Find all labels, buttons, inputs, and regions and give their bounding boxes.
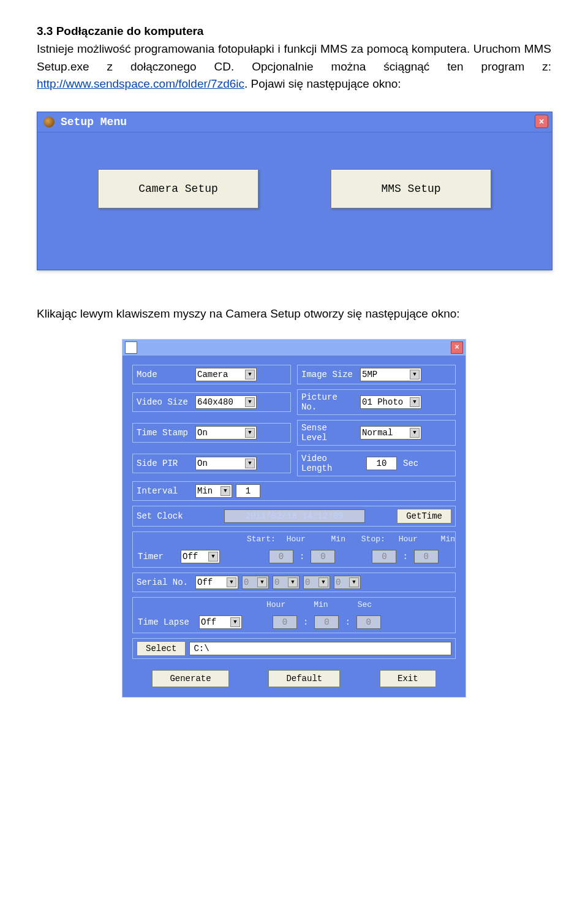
picture-no-label: Picture No. — [301, 392, 356, 412]
exit-button[interactable]: Exit — [380, 670, 436, 687]
time-lapse-min[interactable]: 0 — [314, 615, 339, 629]
timer-label: Timer — [138, 552, 175, 562]
chevron-down-icon: ▼ — [230, 617, 240, 627]
mid-paragraph: Klikając lewym klawiszem myszy na Camera… — [37, 307, 551, 321]
select-path-button[interactable]: Select — [137, 641, 186, 656]
generate-button[interactable]: Generate — [152, 670, 228, 687]
timer-stop-min[interactable]: 0 — [414, 550, 439, 563]
chevron-down-icon: ▼ — [288, 577, 298, 587]
sense-level-select[interactable]: Normal▼ — [360, 426, 421, 440]
chevron-down-icon: ▼ — [245, 459, 255, 468]
setup-menu-window: Setup Menu × Camera Setup MMS Setup — [37, 112, 552, 270]
serial-c[interactable]: 0▼ — [303, 576, 330, 589]
side-pir-select[interactable]: On▼ — [195, 457, 257, 470]
close-button[interactable]: × — [535, 115, 548, 128]
download-link[interactable]: http://www.sendspace.com/folder/7zd6ic — [37, 77, 244, 90]
camera-setup-titlebar: × — [123, 340, 466, 356]
interval-label: Interval — [137, 486, 192, 496]
setup-menu-title: Setup Menu — [61, 116, 127, 128]
time-lapse-select[interactable]: Off▼ — [199, 615, 242, 629]
chevron-down-icon: ▼ — [245, 397, 255, 407]
chevron-down-icon: ▼ — [227, 577, 236, 587]
app-icon — [125, 341, 137, 354]
video-length-label: Video Length — [301, 454, 363, 473]
video-length-unit: Sec — [403, 459, 418, 468]
default-button[interactable]: Default — [268, 670, 340, 687]
serial-b[interactable]: 0▼ — [273, 576, 300, 589]
mode-label: Mode — [137, 370, 192, 379]
paragraph-part-a: Istnieje możliwość programowania fotopuł… — [37, 42, 551, 73]
image-size-select[interactable]: 5MP▼ — [360, 368, 421, 381]
chevron-down-icon: ▼ — [257, 577, 267, 587]
video-length-input[interactable]: 10 — [366, 457, 397, 470]
serial-no-select[interactable]: Off▼ — [195, 576, 238, 589]
serial-no-label: Serial No. — [137, 577, 192, 587]
time-stamp-label: Time Stamp — [137, 428, 192, 438]
serial-a[interactable]: 0▼ — [242, 576, 269, 589]
chevron-down-icon: ▼ — [221, 486, 230, 496]
chevron-down-icon: ▼ — [349, 577, 359, 587]
get-time-button[interactable]: GetTime — [397, 509, 451, 524]
section-heading: 3.3 Podłączanie do komputera — [37, 25, 551, 38]
sense-level-label: Sense Level — [301, 423, 356, 443]
chevron-down-icon: ▼ — [245, 428, 255, 438]
timer-start-min[interactable]: 0 — [311, 550, 335, 563]
section-paragraph: Istnieje możliwość programowania fotopuł… — [37, 40, 551, 93]
chevron-down-icon: ▼ — [318, 577, 328, 587]
image-size-label: Image Size — [301, 370, 356, 379]
side-pir-label: Side PIR — [137, 459, 192, 468]
path-input[interactable]: C:\ — [189, 642, 451, 655]
camera-setup-button[interactable]: Camera Setup — [98, 169, 258, 208]
chevron-down-icon: ▼ — [410, 428, 420, 438]
timer-header: Start: Hour Min Stop: Hour Min — [137, 535, 459, 546]
camera-setup-window: × Mode Camera▼ Image Size 5MP▼ Video Siz… — [122, 339, 466, 698]
timelapse-header: Hour Min Sec — [137, 600, 459, 612]
chevron-down-icon: ▼ — [245, 370, 255, 379]
timer-start-hour[interactable]: 0 — [269, 550, 293, 563]
video-size-label: Video Size — [137, 397, 192, 407]
mode-select[interactable]: Camera▼ — [195, 368, 257, 381]
paragraph-part-b: . Pojawi się następujące okno: — [244, 77, 401, 90]
camera-setup-body: Mode Camera▼ Image Size 5MP▼ Video Size … — [123, 356, 466, 697]
mms-setup-button[interactable]: MMS Setup — [331, 169, 491, 208]
chevron-down-icon: ▼ — [208, 552, 218, 562]
setup-menu-body: Camera Setup MMS Setup — [37, 132, 552, 270]
timer-stop-hour[interactable]: 0 — [372, 550, 396, 563]
mid-paragraph-text: Klikając lewym klawiszem myszy na Camera… — [37, 307, 460, 320]
chevron-down-icon: ▼ — [410, 397, 420, 407]
set-clock-label: Set Clock — [137, 511, 192, 521]
timer-select[interactable]: Off▼ — [181, 550, 220, 563]
time-lapse-sec[interactable]: 0 — [356, 615, 381, 629]
picture-no-select[interactable]: 01 Photo▼ — [360, 395, 421, 409]
time-stamp-select[interactable]: On▼ — [195, 426, 257, 440]
time-lapse-label: Time Lapse — [138, 617, 193, 627]
clock-display: 2011/02/18 14:12:09 — [224, 509, 365, 523]
setup-menu-titlebar: Setup Menu — [37, 112, 552, 132]
time-lapse-hour[interactable]: 0 — [273, 615, 297, 629]
interval-unit-select[interactable]: Min▼ — [195, 484, 232, 498]
video-size-select[interactable]: 640x480▼ — [195, 395, 257, 409]
interval-input[interactable]: 1 — [236, 484, 260, 498]
camera-icon — [43, 116, 55, 128]
serial-d[interactable]: 0▼ — [334, 576, 361, 589]
chevron-down-icon: ▼ — [410, 370, 420, 379]
close-button[interactable]: × — [451, 341, 463, 354]
